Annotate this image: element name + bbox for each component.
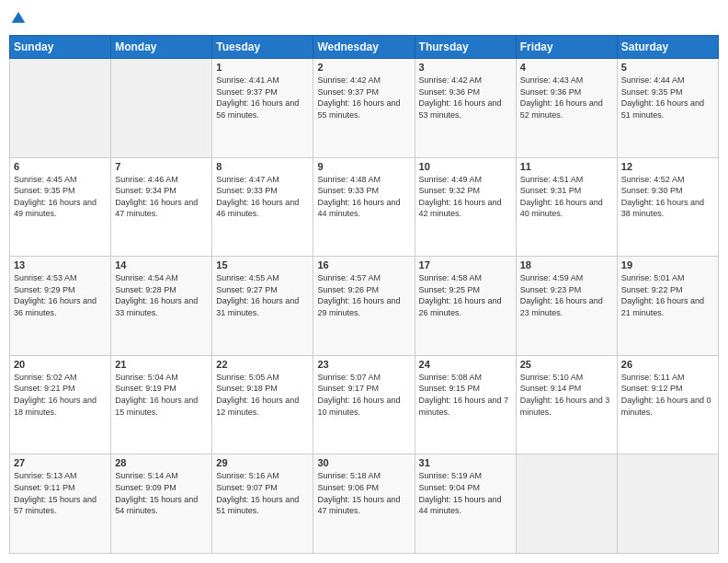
day-number: 10 xyxy=(419,161,512,172)
day-number: 23 xyxy=(317,359,410,370)
day-info: Sunrise: 5:07 AMSunset: 9:17 PMDaylight:… xyxy=(317,372,410,418)
day-info: Sunrise: 4:51 AMSunset: 9:31 PMDaylight:… xyxy=(520,174,613,220)
day-number: 4 xyxy=(520,62,613,73)
day-number: 18 xyxy=(520,259,613,270)
day-info: Sunrise: 5:13 AMSunset: 9:11 PMDaylight:… xyxy=(14,470,107,516)
calendar-cell: 9Sunrise: 4:48 AMSunset: 9:33 PMDaylight… xyxy=(313,157,415,257)
day-number: 21 xyxy=(115,359,208,370)
day-number: 24 xyxy=(419,359,512,370)
calendar-cell: 24Sunrise: 5:08 AMSunset: 9:15 PMDayligh… xyxy=(415,355,516,454)
calendar-cell: 17Sunrise: 4:58 AMSunset: 9:25 PMDayligh… xyxy=(415,257,516,356)
calendar-cell: 26Sunrise: 5:11 AMSunset: 9:12 PMDayligh… xyxy=(617,355,718,454)
day-info: Sunrise: 5:10 AMSunset: 9:14 PMDaylight:… xyxy=(520,372,613,418)
calendar-cell: 18Sunrise: 4:59 AMSunset: 9:23 PMDayligh… xyxy=(516,257,617,356)
calendar-cell: 21Sunrise: 5:04 AMSunset: 9:19 PMDayligh… xyxy=(111,355,212,454)
calendar-week-1: 1Sunrise: 4:41 AMSunset: 9:37 PMDaylight… xyxy=(10,59,719,158)
day-number: 17 xyxy=(419,259,512,270)
calendar-week-2: 6Sunrise: 4:45 AMSunset: 9:35 PMDaylight… xyxy=(10,157,719,257)
day-info: Sunrise: 5:19 AMSunset: 9:04 PMDaylight:… xyxy=(419,470,512,516)
day-info: Sunrise: 4:46 AMSunset: 9:34 PMDaylight:… xyxy=(115,174,208,220)
calendar-cell: 28Sunrise: 5:14 AMSunset: 9:09 PMDayligh… xyxy=(111,454,212,554)
day-info: Sunrise: 4:47 AMSunset: 9:33 PMDaylight:… xyxy=(216,174,309,220)
day-info: Sunrise: 4:49 AMSunset: 9:32 PMDaylight:… xyxy=(419,174,512,220)
calendar-week-4: 20Sunrise: 5:02 AMSunset: 9:21 PMDayligh… xyxy=(10,355,719,454)
day-number: 2 xyxy=(317,62,410,73)
day-info: Sunrise: 5:05 AMSunset: 9:18 PMDaylight:… xyxy=(216,372,309,418)
weekday-header-thursday: Thursday xyxy=(415,36,516,59)
day-info: Sunrise: 4:42 AMSunset: 9:37 PMDaylight:… xyxy=(317,75,410,121)
day-number: 31 xyxy=(419,457,512,468)
calendar-cell: 20Sunrise: 5:02 AMSunset: 9:21 PMDayligh… xyxy=(10,355,111,454)
day-number: 12 xyxy=(621,161,714,172)
day-info: Sunrise: 5:11 AMSunset: 9:12 PMDaylight:… xyxy=(621,372,714,418)
calendar-cell: 2Sunrise: 4:42 AMSunset: 9:37 PMDaylight… xyxy=(313,59,415,158)
calendar-cell xyxy=(111,59,212,158)
logo-icon xyxy=(9,9,28,28)
weekday-header-saturday: Saturday xyxy=(617,36,718,59)
day-info: Sunrise: 5:08 AMSunset: 9:15 PMDaylight:… xyxy=(419,372,512,418)
calendar-cell: 19Sunrise: 5:01 AMSunset: 9:22 PMDayligh… xyxy=(617,257,718,356)
day-number: 11 xyxy=(520,161,613,172)
logo xyxy=(9,9,31,28)
day-info: Sunrise: 4:43 AMSunset: 9:36 PMDaylight:… xyxy=(520,75,613,121)
day-info: Sunrise: 4:42 AMSunset: 9:36 PMDaylight:… xyxy=(419,75,512,121)
day-info: Sunrise: 5:02 AMSunset: 9:21 PMDaylight:… xyxy=(14,372,107,418)
day-number: 25 xyxy=(520,359,613,370)
calendar-cell: 13Sunrise: 4:53 AMSunset: 9:29 PMDayligh… xyxy=(10,257,111,356)
calendar-cell: 15Sunrise: 4:55 AMSunset: 9:27 PMDayligh… xyxy=(212,257,313,356)
day-number: 8 xyxy=(216,161,309,172)
weekday-header-sunday: Sunday xyxy=(10,36,111,59)
calendar-cell: 14Sunrise: 4:54 AMSunset: 9:28 PMDayligh… xyxy=(111,257,212,356)
calendar-cell: 31Sunrise: 5:19 AMSunset: 9:04 PMDayligh… xyxy=(415,454,516,554)
weekday-header-friday: Friday xyxy=(516,36,617,59)
day-info: Sunrise: 5:04 AMSunset: 9:19 PMDaylight:… xyxy=(115,372,208,418)
day-info: Sunrise: 5:01 AMSunset: 9:22 PMDaylight:… xyxy=(621,272,714,318)
day-number: 29 xyxy=(216,457,309,468)
day-info: Sunrise: 4:53 AMSunset: 9:29 PMDaylight:… xyxy=(14,272,107,318)
calendar-cell: 27Sunrise: 5:13 AMSunset: 9:11 PMDayligh… xyxy=(10,454,111,554)
day-number: 13 xyxy=(14,259,107,270)
day-number: 28 xyxy=(115,457,208,468)
calendar-cell: 6Sunrise: 4:45 AMSunset: 9:35 PMDaylight… xyxy=(10,157,111,257)
calendar-week-5: 27Sunrise: 5:13 AMSunset: 9:11 PMDayligh… xyxy=(10,454,719,554)
day-info: Sunrise: 4:58 AMSunset: 9:25 PMDaylight:… xyxy=(419,272,512,318)
day-number: 26 xyxy=(621,359,714,370)
calendar-cell: 4Sunrise: 4:43 AMSunset: 9:36 PMDaylight… xyxy=(516,59,617,158)
day-number: 15 xyxy=(216,259,309,270)
day-number: 27 xyxy=(14,457,107,468)
day-number: 6 xyxy=(14,161,107,172)
day-number: 19 xyxy=(621,259,714,270)
calendar-cell: 1Sunrise: 4:41 AMSunset: 9:37 PMDaylight… xyxy=(212,59,313,158)
calendar-cell: 30Sunrise: 5:18 AMSunset: 9:06 PMDayligh… xyxy=(313,454,415,554)
day-number: 20 xyxy=(14,359,107,370)
calendar-cell: 16Sunrise: 4:57 AMSunset: 9:26 PMDayligh… xyxy=(313,257,415,356)
day-number: 1 xyxy=(216,62,309,73)
day-info: Sunrise: 4:52 AMSunset: 9:30 PMDaylight:… xyxy=(621,174,714,220)
calendar-cell: 25Sunrise: 5:10 AMSunset: 9:14 PMDayligh… xyxy=(516,355,617,454)
calendar-cell: 5Sunrise: 4:44 AMSunset: 9:35 PMDaylight… xyxy=(617,59,718,158)
header xyxy=(9,9,719,28)
weekday-header-tuesday: Tuesday xyxy=(212,36,313,59)
day-number: 22 xyxy=(216,359,309,370)
day-info: Sunrise: 4:45 AMSunset: 9:35 PMDaylight:… xyxy=(14,174,107,220)
calendar-cell: 22Sunrise: 5:05 AMSunset: 9:18 PMDayligh… xyxy=(212,355,313,454)
day-number: 16 xyxy=(317,259,410,270)
day-number: 3 xyxy=(419,62,512,73)
calendar-table: SundayMondayTuesdayWednesdayThursdayFrid… xyxy=(9,35,719,554)
weekday-header-monday: Monday xyxy=(111,36,212,59)
day-number: 30 xyxy=(317,457,410,468)
day-number: 7 xyxy=(115,161,208,172)
day-info: Sunrise: 5:16 AMSunset: 9:07 PMDaylight:… xyxy=(216,470,309,516)
day-info: Sunrise: 4:57 AMSunset: 9:26 PMDaylight:… xyxy=(317,272,410,318)
day-info: Sunrise: 4:48 AMSunset: 9:33 PMDaylight:… xyxy=(317,174,410,220)
day-info: Sunrise: 5:14 AMSunset: 9:09 PMDaylight:… xyxy=(115,470,208,516)
weekday-header-wednesday: Wednesday xyxy=(313,36,415,59)
day-info: Sunrise: 4:59 AMSunset: 9:23 PMDaylight:… xyxy=(520,272,613,318)
day-number: 5 xyxy=(621,62,714,73)
day-info: Sunrise: 4:44 AMSunset: 9:35 PMDaylight:… xyxy=(621,75,714,121)
day-info: Sunrise: 4:41 AMSunset: 9:37 PMDaylight:… xyxy=(216,75,309,121)
day-number: 9 xyxy=(317,161,410,172)
calendar-cell xyxy=(617,454,718,554)
calendar-cell: 10Sunrise: 4:49 AMSunset: 9:32 PMDayligh… xyxy=(415,157,516,257)
day-info: Sunrise: 4:55 AMSunset: 9:27 PMDaylight:… xyxy=(216,272,309,318)
